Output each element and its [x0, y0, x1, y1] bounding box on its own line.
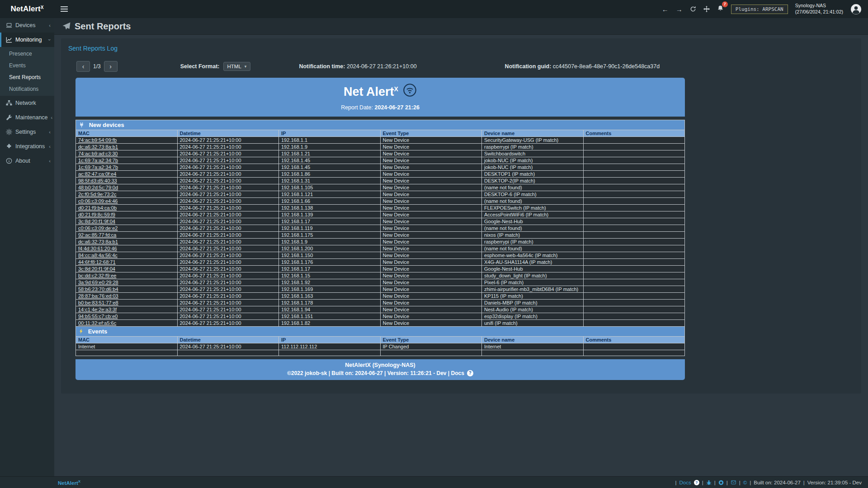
table-cell: New Device	[380, 313, 482, 320]
mac-link[interactable]: 28:87:ba:76:ed:03	[76, 293, 178, 300]
separator: |	[726, 480, 728, 485]
mac-link[interactable]: 1c:69:7a:a2:34:7b	[76, 164, 178, 171]
bug-icon[interactable]	[706, 480, 712, 485]
table-cell	[583, 191, 685, 198]
sidebar-item-maintenance[interactable]: Maintenance ‹	[0, 110, 54, 125]
mac-link[interactable]: 2c:f0:5d:9e:73:2c	[76, 191, 178, 198]
table-cell: 2024-06-27 21:25:21+10:00	[177, 184, 279, 191]
mac-link[interactable]: 1c:69:7a:a2:34:7b	[76, 157, 178, 164]
sidebar-item-settings[interactable]: Settings ‹	[0, 125, 54, 139]
sidebar-item-notifications[interactable]: Notifications	[0, 83, 54, 95]
table-cell: 192.168.1.150	[279, 252, 381, 259]
copyright-icon[interactable]: ©	[743, 480, 747, 485]
mac-link[interactable]: d0:21:f9:b4:ca:0b	[76, 205, 178, 211]
mac-link[interactable]: d0:21:f9:8c:59:f9	[76, 211, 178, 218]
sidebar-item-integrations[interactable]: Integrations ‹	[0, 139, 54, 154]
mac-link[interactable]: 44:6f:f8:12:68:71	[76, 259, 178, 266]
mac-link[interactable]: 94:b5:55:c7:cb:e0	[76, 313, 178, 320]
column-header: Datetime	[177, 130, 279, 137]
mac-link[interactable]: 74:ac:b9:ad:c3:30	[76, 150, 178, 157]
mac-link[interactable]: 84:cc:a8:4a:56:4c	[76, 252, 178, 259]
mac-link[interactable]: 48:b0:2d:5c:79:0d	[76, 184, 178, 191]
prev-report-button[interactable]: ‹	[76, 61, 90, 72]
sidebar-item-sent-reports[interactable]: Sent Reports	[0, 71, 54, 83]
chevron-left-icon: ‹	[51, 115, 53, 120]
mac-link[interactable]: dc:a6:32:73:8a:b1	[76, 144, 178, 150]
table-cell: Switchboardswitch	[482, 150, 584, 157]
sidebar-item-network[interactable]: Network	[0, 96, 54, 110]
github-icon[interactable]	[718, 480, 724, 485]
mac-link[interactable]: c0:06:c3:09:e4:46	[76, 198, 178, 205]
table-cell: New Device	[380, 259, 482, 266]
tab-sent-reports-log[interactable]: Sent Reports Log	[67, 42, 118, 56]
table-cell: New Device	[380, 137, 482, 144]
table-cell: 192.168.1.169	[279, 286, 381, 293]
table-cell: 2024-06-27 21:25:21+10:00	[177, 218, 279, 225]
user-avatar[interactable]	[850, 4, 862, 15]
mac-link[interactable]: 3a:9d:69:e0:29:28	[76, 279, 178, 286]
notification-time-label: Notification time:	[299, 63, 345, 70]
table-cell: AccessPointWiFi6 (IP match)	[482, 211, 584, 218]
mac-link[interactable]: 58:b6:23:70:d6:b4	[76, 286, 178, 293]
sidebar-toggle-button[interactable]	[61, 5, 68, 13]
plugins-badge[interactable]: Plugins: ARPSCAN	[731, 5, 788, 14]
table-cell: New Device	[380, 157, 482, 164]
refresh-icon[interactable]	[690, 6, 696, 12]
mac-link[interactable]: dc:a6:32:73:8a:b1	[76, 239, 178, 245]
mac-link[interactable]: 14:c1:4e:2e:a3:3f	[76, 306, 178, 313]
table-cell: Pixel-6 (IP match)	[482, 279, 584, 286]
mac-link[interactable]: bc:dd:c2:32:f9:ee	[76, 272, 178, 279]
events-section-header: Events	[76, 327, 685, 337]
table-cell: Nest-Audio (IP match)	[482, 306, 584, 313]
sidebar-item-about[interactable]: About ‹	[0, 154, 54, 168]
monitoring-submenu: Presence Events Sent Reports Notificatio…	[0, 47, 54, 96]
sidebar-item-monitoring[interactable]: Monitoring ›	[0, 33, 54, 47]
table-cell	[583, 157, 685, 164]
table-cell: Google-Nest-Hub	[482, 218, 584, 225]
table-row: 3c:8d:20:f1:9f:042024-06-27 21:25:21+10:…	[76, 266, 685, 272]
table-cell: New Device	[380, 252, 482, 259]
mac-link[interactable]: b0:be:83:51:77:e8	[76, 300, 178, 306]
help-icon[interactable]: ?	[467, 370, 473, 376]
mac-link[interactable]: c0:06:c3:09:de:e2	[76, 225, 178, 232]
sidebar-item-label: Devices	[15, 22, 46, 28]
sidebar-item-events[interactable]: Events	[0, 60, 54, 71]
table-cell: 192.168.1.17	[279, 218, 381, 225]
column-header: Event Type	[380, 337, 482, 343]
table-cell	[583, 300, 685, 306]
table-row: Internet2024-06-27 21:25:21+10:00112.112…	[76, 343, 685, 350]
format-select[interactable]: HTML ▾	[223, 62, 251, 71]
move-icon[interactable]	[703, 6, 710, 12]
mac-link[interactable]: 98:5f:d3:d5:40:33	[76, 178, 178, 184]
back-arrow-icon[interactable]: ←	[662, 5, 669, 13]
separator: |	[714, 480, 716, 485]
help-icon[interactable]: ?	[694, 480, 699, 485]
app-logo[interactable]: NetAlertX	[0, 0, 54, 18]
footer-brand-link[interactable]: NetAlertX	[58, 479, 80, 486]
events-section-head: Events MACDatetimeIPEvent TypeDevice nam…	[76, 327, 685, 343]
table-cell: 2024-06-27 21:25:21+10:00	[177, 198, 279, 205]
docs-link[interactable]: Docs	[679, 480, 691, 485]
notifications-bell-icon[interactable]: 7	[717, 5, 724, 14]
mail-icon[interactable]	[731, 480, 736, 485]
mac-link[interactable]: 00:11:32:ef:a5:6c	[76, 320, 178, 327]
table-cell: 192.168.1.31	[279, 178, 381, 184]
mac-link[interactable]: f4:4d:30:61:20:46	[76, 245, 178, 252]
page-footer: NetAlertX | Docs ? | | | | © | Built on:…	[0, 476, 868, 488]
gear-icon	[6, 129, 12, 135]
mac-link[interactable]: 92:ac:85:77:fd:ca	[76, 232, 178, 239]
table-row: f4:4d:30:61:20:462024-06-27 21:25:21+10:…	[76, 245, 685, 252]
mac-link[interactable]: 3c:8d:20:f1:9f:04	[76, 266, 178, 272]
table-row: 84:cc:a8:4a:56:4c2024-06-27 21:25:21+10:…	[76, 252, 685, 259]
table-cell: SecurityGateway-USG (IP match)	[482, 137, 584, 144]
mac-link[interactable]: ac:82:47:ca:0f:e4	[76, 171, 178, 178]
table-cell	[583, 293, 685, 300]
sidebar-item-presence[interactable]: Presence	[0, 48, 54, 60]
next-report-button[interactable]: ›	[104, 61, 118, 72]
sidebar-item-devices[interactable]: Devices ‹	[0, 18, 54, 33]
footer-version: Version: 21:39:05 - Dev	[807, 480, 862, 485]
mac-link[interactable]: 74:ac:b9:54:09:fb	[76, 137, 178, 144]
mac-link[interactable]: 3c:8d:20:f1:9f:04	[76, 218, 178, 225]
chevron-left-icon: ‹	[49, 158, 51, 164]
forward-arrow-icon[interactable]: →	[676, 5, 683, 13]
